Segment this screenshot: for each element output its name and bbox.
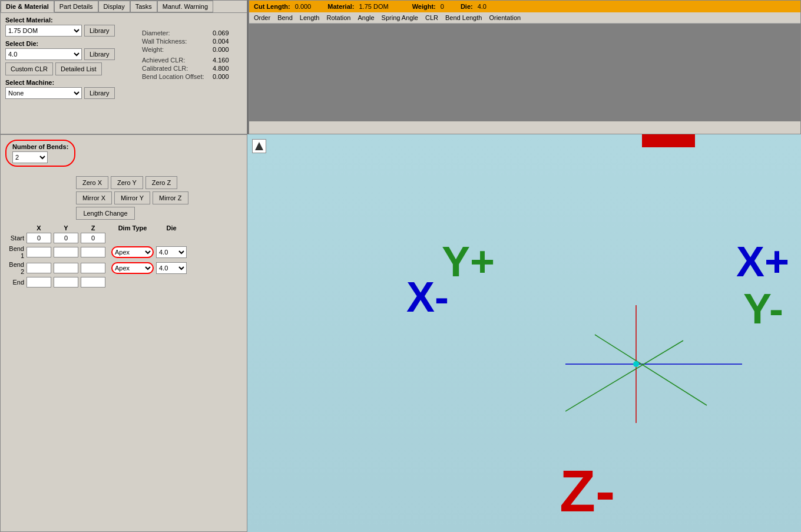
bend1-dim-type-select[interactable]: Apex Tangent: [111, 246, 154, 258]
weight-prop-label: Weight:: [142, 46, 213, 53]
tab-part-details[interactable]: Part Details: [54, 1, 98, 12]
number-bends-label: Number of Bends:: [12, 143, 68, 150]
col-rotation[interactable]: Rotation: [326, 14, 350, 21]
table-row-bend1: Bend 1 Apex Tangent 4.0: [5, 245, 242, 259]
calibrated-clr-value: 4.800: [213, 65, 242, 72]
nav-icon[interactable]: [252, 139, 266, 153]
bend2-x-input[interactable]: [27, 263, 51, 273]
col-order[interactable]: Order: [254, 14, 270, 21]
col-bend[interactable]: Bend: [277, 14, 293, 21]
bend2-dim-type-select[interactable]: Apex Tangent: [111, 262, 154, 274]
table-row-end: End: [5, 277, 242, 288]
bend2-z-input[interactable]: [81, 263, 105, 273]
die-library-btn[interactable]: Library: [84, 48, 115, 60]
start-x-input[interactable]: [27, 233, 51, 243]
die-select[interactable]: 4.0: [5, 48, 82, 60]
material-label: Select Material:: [5, 16, 53, 24]
x-minus-label: X-: [406, 276, 449, 318]
x-plus-label: X+: [736, 240, 789, 283]
diameter-label: Diameter:: [142, 29, 213, 37]
svg-line-3: [565, 341, 683, 411]
col-angle[interactable]: Angle: [358, 14, 374, 21]
col-length[interactable]: Length: [300, 14, 320, 21]
y-plus-label: Y+: [442, 240, 495, 283]
bend1-die-select[interactable]: 4.0: [156, 246, 187, 258]
svg-point-5: [633, 361, 639, 367]
mirror-z-btn[interactable]: Mirror Z: [153, 191, 188, 204]
canvas-area: Y+ X- X+ Y- Z-: [247, 134, 801, 532]
bend-location-value: 0.000: [213, 73, 242, 80]
bend-location-label: Bend Location Offset:: [142, 73, 213, 80]
svg-line-4: [595, 335, 707, 405]
column-header-bar: Order Bend Length Rotation Angle Spring …: [249, 12, 800, 24]
mirror-x-btn[interactable]: Mirror X: [76, 191, 112, 204]
tab-manuf-warning[interactable]: Manuf. Warning: [157, 1, 213, 12]
th-y: Y: [54, 224, 78, 232]
bend2-label: Bend 2: [5, 261, 24, 275]
info-header: Cut Length: 0.000 Material: 1.75 DOM Wei…: [249, 1, 800, 12]
wall-thickness-label: Wall Thickness:: [142, 38, 213, 45]
number-bends-select[interactable]: 2 1 3 4: [12, 151, 48, 163]
y-minus-label: Y-: [743, 288, 783, 330]
zero-y-btn[interactable]: Zero Y: [111, 176, 143, 189]
material-library-btn[interactable]: Library: [84, 25, 115, 37]
col-bend-length[interactable]: Bend Length: [445, 14, 482, 21]
machine-select[interactable]: None: [5, 87, 82, 99]
die-label: Select Die:: [5, 40, 38, 47]
properties-section: Diameter: 0.069 Wall Thickness: 0.004 We…: [142, 29, 242, 81]
weight-info-label: Weight:: [412, 3, 436, 10]
detailed-list-btn[interactable]: Detailed List: [55, 62, 102, 75]
axis-cross: [565, 305, 742, 423]
th-z: Z: [81, 224, 105, 232]
end-y-input[interactable]: [54, 277, 78, 288]
material-info-value: 1.75 DOM: [359, 3, 388, 10]
die-info-label: Die:: [461, 3, 473, 10]
th-dim-type: Dim Type: [111, 224, 154, 232]
col-clr[interactable]: CLR: [425, 14, 438, 21]
bend1-label: Bend 1: [5, 245, 24, 259]
bend2-y-input[interactable]: [54, 263, 78, 273]
z-minus-label: Z-: [560, 461, 615, 520]
start-y-input[interactable]: [54, 233, 78, 243]
achieved-clr-label: Achieved CLR:: [142, 57, 213, 64]
cut-length-label: Cut Length:: [254, 3, 290, 10]
svg-marker-0: [255, 142, 263, 150]
end-x-input[interactable]: [27, 277, 51, 288]
start-z-input[interactable]: [81, 233, 105, 243]
tab-display[interactable]: Display: [98, 1, 130, 12]
machine-label: Select Machine:: [5, 79, 54, 86]
bend1-z-input[interactable]: [81, 247, 105, 257]
die-info-value: 4.0: [478, 3, 486, 10]
number-bends-section: Number of Bends: 2 1 3 4: [5, 140, 75, 167]
zero-z-btn[interactable]: Zero Z: [145, 176, 177, 189]
bend1-x-input[interactable]: [27, 247, 51, 257]
tab-tasks[interactable]: Tasks: [130, 1, 157, 12]
start-label: Start: [5, 234, 24, 242]
tab-die-material[interactable]: Die & Material: [1, 1, 54, 12]
data-area: [249, 24, 800, 121]
bend1-y-input[interactable]: [54, 247, 78, 257]
th-x: X: [27, 224, 51, 232]
calibrated-clr-label: Calibrated CLR:: [142, 65, 213, 72]
length-change-btn[interactable]: Length Change: [76, 207, 135, 220]
cut-length-value: 0.000: [295, 3, 312, 10]
table-row-bend2: Bend 2 Apex Tangent 4.0: [5, 261, 242, 275]
red-bar: [642, 134, 695, 147]
material-select[interactable]: 1.75 DOM: [5, 25, 82, 37]
wall-thickness-value: 0.004: [213, 38, 242, 45]
col-spring-angle[interactable]: Spring Angle: [382, 14, 418, 21]
custom-clr-btn[interactable]: Custom CLR: [5, 62, 53, 75]
achieved-clr-value: 4.160: [213, 57, 242, 64]
zero-x-btn[interactable]: Zero X: [76, 176, 108, 189]
bend2-die-select[interactable]: 4.0: [156, 262, 187, 274]
machine-library-btn[interactable]: Library: [84, 87, 115, 99]
th-die: Die: [156, 224, 187, 232]
end-z-input[interactable]: [81, 277, 105, 288]
weight-prop-value: 0.000: [213, 46, 242, 53]
col-orientation[interactable]: Orientation: [489, 14, 521, 21]
end-label: End: [5, 279, 24, 286]
mirror-y-btn[interactable]: Mirror Y: [114, 191, 150, 204]
diameter-value: 0.069: [213, 29, 242, 37]
weight-info-value: 0: [441, 3, 444, 10]
table-row-start: Start: [5, 233, 242, 243]
